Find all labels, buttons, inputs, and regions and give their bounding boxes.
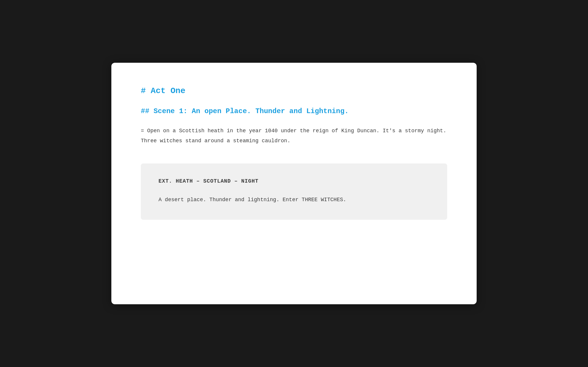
- script-block: EXT. HEATH – SCOTLAND – NIGHT A desert p…: [141, 163, 447, 219]
- heading-2-prefix: ##: [141, 107, 153, 115]
- script-scene-heading: EXT. HEATH – SCOTLAND – NIGHT: [158, 178, 430, 184]
- heading-2-text: Scene 1: An open Place. Thunder and Ligh…: [153, 107, 349, 115]
- heading-1: # Act One: [141, 86, 447, 95]
- heading-1-prefix: #: [141, 86, 151, 95]
- body-prefix: =: [141, 128, 147, 134]
- body-text: = Open on a Scottish heath in the year 1…: [141, 126, 447, 146]
- heading-2: ## Scene 1: An open Place. Thunder and L…: [141, 107, 447, 115]
- script-action: A desert place. Thunder and lightning. E…: [158, 195, 430, 205]
- body-content: Open on a Scottish heath in the year 104…: [141, 128, 446, 144]
- heading-1-text: Act One: [151, 86, 186, 95]
- document-container: # Act One ## Scene 1: An open Place. Thu…: [111, 63, 477, 304]
